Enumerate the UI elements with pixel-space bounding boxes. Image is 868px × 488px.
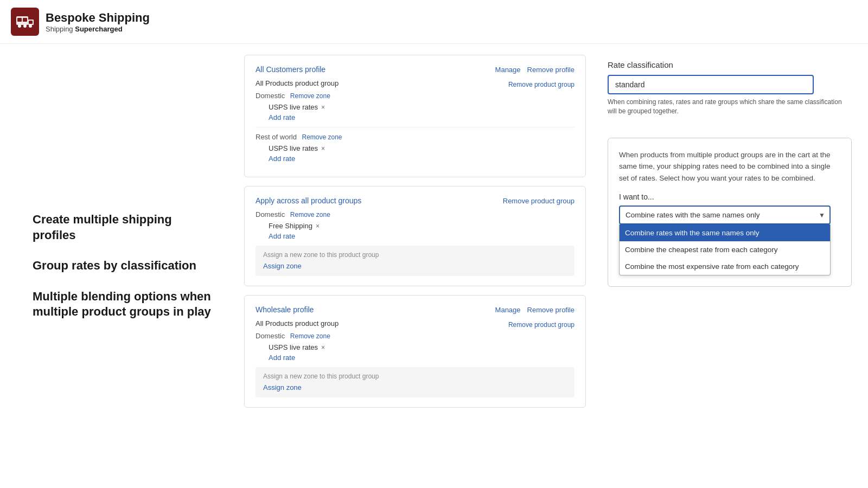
manage-link-all-customers[interactable]: Manage	[495, 66, 521, 74]
rate-classification-label: Rate classification	[608, 60, 852, 69]
rate-classification-input[interactable]	[608, 75, 814, 94]
i-want-label: I want to...	[619, 192, 840, 201]
combine-description: When products from multiple product grou…	[619, 149, 840, 184]
remove-zone-domestic[interactable]: Remove zone	[290, 92, 330, 100]
remove-profile-link-all-customers[interactable]: Remove profile	[527, 66, 575, 74]
zone-domestic: Domestic Remove zone	[256, 92, 575, 100]
remove-product-group-wholesale[interactable]: Remove product group	[508, 321, 575, 329]
assign-zone-label-apply: Assign a new zone to this product group	[263, 251, 567, 259]
rate-classification-help: When combining rates, rates and rate gro…	[608, 98, 852, 116]
feature-1: Create multiple shipping profiles	[33, 212, 217, 243]
add-rate-domestic: Add rate	[269, 113, 575, 121]
profile-card-wholesale: Wholesale profile Manage Remove profile …	[244, 295, 586, 408]
dropdown-option-expensive[interactable]: Combine the most expensive rate from eac…	[620, 258, 830, 275]
remove-product-group-link-apply[interactable]: Remove product group	[503, 197, 575, 205]
logo-icon	[11, 8, 39, 36]
assign-zone-area-apply: Assign a new zone to this product group …	[256, 246, 575, 276]
zone-domestic-2: Domestic Remove zone	[256, 210, 575, 219]
remove-rate-usps-row[interactable]: ×	[321, 145, 325, 152]
profile-header-wholesale: Wholesale profile Manage Remove profile	[256, 305, 575, 314]
add-rate-domestic-3: Add rate	[269, 354, 575, 362]
dropdown-option-cheapest[interactable]: Combine the cheapest rate from each cate…	[620, 241, 830, 258]
zone-domestic-3: Domestic Remove zone	[256, 332, 575, 340]
feature-2: Group rates by classification	[33, 258, 217, 274]
logo-text: Bespoke Shipping Shipping Supercharged	[46, 11, 150, 33]
remove-zone-rest-of-world[interactable]: Remove zone	[302, 133, 342, 141]
remove-zone-domestic-3[interactable]: Remove zone	[290, 332, 330, 340]
product-group-all-products: All Products product group Remove produc…	[256, 79, 575, 163]
main-layout: Create multiple shipping profiles Group …	[0, 44, 868, 488]
add-rate-domestic-2: Add rate	[269, 232, 575, 240]
rates-list-row: USPS live rates × Add rate	[256, 144, 575, 163]
rate-item-usps-wholesale: USPS live rates ×	[269, 343, 575, 351]
profile-header-all-customers: All Customers profile Manage Remove prof…	[256, 65, 575, 74]
center-panel: All Customers profile Manage Remove prof…	[239, 44, 597, 488]
rates-list-domestic-3: USPS live rates × Add rate	[256, 343, 575, 362]
add-rate-row: Add rate	[269, 155, 575, 163]
assign-zone-link-apply[interactable]: Assign zone	[263, 262, 302, 270]
manage-link-wholesale[interactable]: Manage	[495, 306, 521, 314]
dropdown-option-same-names[interactable]: Combine rates with the same names only	[620, 224, 830, 241]
left-panel: Create multiple shipping profiles Group …	[0, 44, 239, 488]
svg-rect-6	[23, 18, 27, 22]
remove-rate-usps-wholesale[interactable]: ×	[321, 344, 325, 351]
combine-select-wrapper: Combine rates with the same names only C…	[619, 206, 831, 224]
remove-profile-link-wholesale[interactable]: Remove profile	[527, 306, 575, 314]
rate-item-usps-row: USPS live rates ×	[269, 144, 575, 152]
profile-actions-apply-across: Remove product group	[503, 197, 575, 205]
rate-classification-section: Rate classification When combining rates…	[608, 60, 852, 116]
app-subtitle: Shipping Supercharged	[46, 25, 150, 33]
remove-rate-usps-domestic[interactable]: ×	[321, 104, 325, 111]
product-group-label-wholesale: All Products product group	[256, 319, 339, 328]
svg-point-2	[18, 24, 21, 28]
svg-rect-7	[29, 21, 33, 24]
svg-point-3	[23, 24, 27, 28]
profile-actions-all-customers: Manage Remove profile	[495, 66, 575, 74]
profile-header-apply-across: Apply across all product groups Remove p…	[256, 196, 575, 205]
profile-actions-wholesale: Manage Remove profile	[495, 306, 575, 314]
remove-rate-free-shipping[interactable]: ×	[316, 222, 320, 230]
remove-product-group-link[interactable]: Remove product group	[508, 81, 575, 88]
feature-3: Multiple blending options when multiple …	[33, 289, 217, 320]
profile-name-apply-across: Apply across all product groups	[256, 196, 361, 205]
header: Bespoke Shipping Shipping Supercharged	[0, 0, 868, 44]
right-panel: Rate classification When combining rates…	[597, 44, 868, 488]
rate-item-usps-domestic: USPS live rates ×	[269, 103, 575, 111]
rates-list-domestic: USPS live rates × Add rate	[256, 103, 575, 121]
combine-section: When products from multiple product grou…	[608, 138, 852, 287]
profile-name-wholesale: Wholesale profile	[256, 305, 314, 314]
assign-zone-label-wholesale: Assign a new zone to this product group	[263, 373, 567, 380]
profile-card-all-customers: All Customers profile Manage Remove prof…	[244, 55, 586, 177]
zone-rest-of-world: Rest of world Remove zone	[256, 133, 575, 141]
app-title: Bespoke Shipping	[46, 11, 150, 25]
assign-zone-link-wholesale[interactable]: Assign zone	[263, 383, 302, 391]
rates-list-domestic-2: Free Shipping × Add rate	[256, 222, 575, 240]
profile-name-all-customers: All Customers profile	[256, 65, 326, 74]
dropdown-options: Combine rates with the same names only C…	[619, 224, 831, 275]
combine-select[interactable]: Combine rates with the same names only C…	[619, 206, 831, 224]
assign-zone-area-wholesale: Assign a new zone to this product group …	[256, 367, 575, 397]
svg-point-4	[29, 24, 32, 28]
product-group-label-all-products: All Products product group	[256, 79, 339, 87]
svg-rect-5	[17, 18, 22, 22]
profile-card-apply-across: Apply across all product groups Remove p…	[244, 186, 586, 286]
remove-zone-domestic-2[interactable]: Remove zone	[290, 211, 330, 219]
rate-item-free-shipping: Free Shipping ×	[269, 222, 575, 230]
